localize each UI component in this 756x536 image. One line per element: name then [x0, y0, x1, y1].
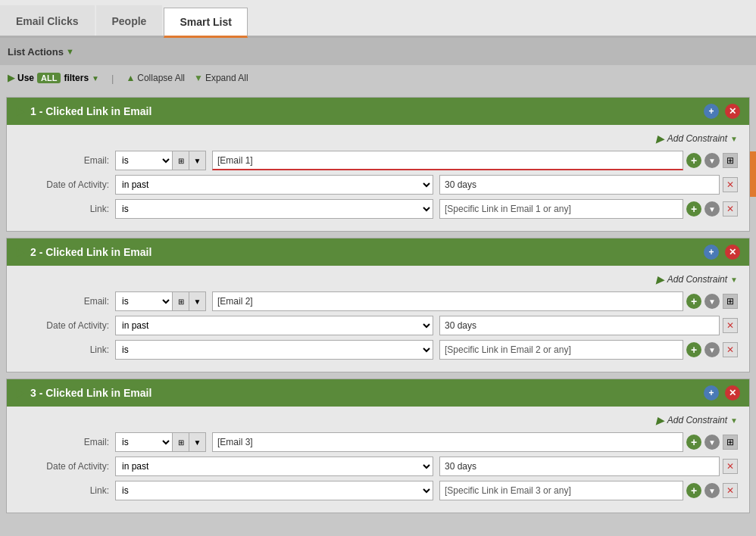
link-add-btn-3[interactable]: + — [686, 483, 701, 498]
link-operator-select-3[interactable]: is — [115, 481, 433, 500]
main-content: ▶ 1 - Clicked Link in Email + ✕ ▶ Add Co… — [0, 91, 756, 536]
expand-all-button[interactable]: ▼ Expand All — [194, 73, 248, 83]
email-operator-select-2[interactable]: is — [116, 292, 172, 310]
date-label-2: Date of Activity: — [18, 320, 109, 331]
days-x-btn-1[interactable]: ✕ — [723, 177, 738, 192]
filter-remove-btn-1[interactable]: ✕ — [725, 104, 740, 119]
email-operator-container-3: is ⊞ ▼ — [115, 432, 206, 452]
email-operator-select-3[interactable]: is — [116, 433, 172, 451]
constraint-arrow-3: ▼ — [730, 416, 738, 425]
link-container-2: + ▼ ✕ — [439, 340, 738, 360]
email-row-1: Email: is ⊞ ▼ + ▼ ⊞ — [18, 151, 738, 170]
list-actions-arrow[interactable]: ▼ — [66, 47, 74, 56]
email-select-arrow-2[interactable]: ▼ — [189, 292, 205, 310]
email-select-icon-1[interactable]: ⊞ — [172, 151, 189, 170]
all-badge: ALL — [37, 73, 61, 83]
filter-remove-btn-2[interactable]: ✕ — [725, 245, 740, 260]
filter-icon: ▶ — [8, 73, 14, 83]
filter-header-3: ▶ 3 - Clicked Link in Email + ✕ — [7, 379, 749, 407]
filter-dropdown-arrow[interactable]: ▼ — [92, 74, 99, 83]
email-value-input-2[interactable] — [212, 291, 683, 311]
collapse-all-button[interactable]: ▲ Collapse All — [126, 73, 185, 83]
email-clear-btn-1[interactable]: ⊞ — [723, 153, 738, 168]
add-constraint-btn-2[interactable]: ▶ Add Constraint ▼ — [656, 273, 738, 285]
link-row-3: Link: is + ▼ ✕ — [18, 481, 738, 500]
days-x-btn-2[interactable]: ✕ — [723, 318, 738, 333]
add-constraint-row-2: ▶ Add Constraint ▼ — [18, 273, 738, 285]
link-value-input-2[interactable] — [439, 340, 683, 360]
tab-email-clicks[interactable]: Email Clicks — [0, 5, 95, 36]
filter-add-btn-1[interactable]: + — [704, 104, 719, 119]
tab-people[interactable]: People — [96, 5, 163, 36]
filter-header-2: ▶ 2 - Clicked Link in Email + ✕ — [7, 238, 749, 266]
date-row-3: Date of Activity: in past ✕ — [18, 457, 738, 476]
filter-body-1: ▶ Add Constraint ▼ Email: is ⊞ ▼ + — [7, 125, 749, 231]
constraint-icon-1: ▶ — [656, 132, 664, 145]
list-actions-label[interactable]: List Actions — [8, 46, 64, 58]
add-constraint-btn-1[interactable]: ▶ Add Constraint ▼ — [656, 132, 738, 145]
email-input-container-2: + ▼ ⊞ — [212, 291, 738, 311]
filter-block-1: ▶ 1 - Clicked Link in Email + ✕ ▶ Add Co… — [6, 97, 750, 232]
filter-flag-2: ▶ — [16, 246, 24, 258]
email-label-3: Email: — [18, 437, 109, 447]
link-add-btn-2[interactable]: + — [686, 342, 701, 357]
add-constraint-row-3: ▶ Add Constraint ▼ — [18, 414, 738, 426]
date-row-2: Date of Activity: in past ✕ — [18, 316, 738, 335]
date-operator-select-3[interactable]: in past — [115, 457, 433, 476]
email-value-input-1[interactable] — [212, 151, 683, 170]
link-x-btn-3[interactable]: ✕ — [723, 483, 738, 498]
email-down-btn-2[interactable]: ▼ — [704, 294, 720, 309]
filter-add-btn-3[interactable]: + — [704, 385, 719, 400]
email-value-input-3[interactable] — [212, 432, 683, 452]
toolbar: List Actions ▼ — [0, 38, 756, 65]
link-x-btn-1[interactable]: ✕ — [723, 201, 738, 217]
date-row-1: Date of Activity: in past ✕ — [18, 175, 738, 195]
add-constraint-btn-3[interactable]: ▶ Add Constraint ▼ — [656, 414, 738, 426]
date-operator-select-2[interactable]: in past — [115, 316, 433, 335]
email-down-btn-3[interactable]: ▼ — [704, 435, 720, 450]
link-operator-select-2[interactable]: is — [115, 340, 433, 360]
email-clear-btn-2[interactable]: ⊞ — [723, 294, 738, 309]
tab-smart-list[interactable]: Smart List — [164, 8, 247, 38]
filter-title-1: ▶ 1 - Clicked Link in Email — [16, 105, 152, 117]
email-operator-container-1: is ⊞ ▼ — [115, 151, 206, 170]
link-label-2: Link: — [18, 344, 109, 355]
constraint-icon-2: ▶ — [656, 273, 664, 285]
days-container-1: ✕ — [439, 175, 738, 195]
separator: | — [111, 73, 114, 84]
date-operator-select-1[interactable]: in past — [115, 175, 433, 195]
use-all-filters[interactable]: ▶ Use ALL filters ▼ — [8, 73, 99, 83]
link-label-3: Link: — [18, 485, 109, 496]
filter-add-btn-2[interactable]: + — [704, 245, 719, 260]
filter-header-1: ▶ 1 - Clicked Link in Email + ✕ — [7, 98, 749, 125]
filter-actions-3: + ✕ — [704, 385, 740, 400]
days-input-3[interactable] — [439, 457, 720, 476]
email-select-arrow-1[interactable]: ▼ — [189, 151, 205, 170]
link-operator-select-1[interactable]: is — [115, 199, 433, 219]
constraint-arrow-2: ▼ — [730, 276, 738, 284]
link-add-btn-1[interactable]: + — [686, 201, 701, 217]
email-add-btn-1[interactable]: + — [686, 153, 701, 168]
email-select-icon-3[interactable]: ⊞ — [172, 433, 189, 451]
filter-remove-btn-3[interactable]: ✕ — [725, 385, 740, 400]
days-x-btn-3[interactable]: ✕ — [723, 459, 738, 474]
email-select-arrow-3[interactable]: ▼ — [189, 433, 205, 451]
link-value-input-3[interactable] — [439, 481, 683, 500]
link-down-btn-2[interactable]: ▼ — [704, 342, 720, 357]
email-down-btn-1[interactable]: ▼ — [704, 153, 720, 168]
link-value-input-1[interactable] — [439, 199, 683, 219]
filter-title-2: ▶ 2 - Clicked Link in Email — [16, 246, 152, 258]
link-down-btn-1[interactable]: ▼ — [704, 201, 720, 217]
link-down-btn-3[interactable]: ▼ — [704, 483, 720, 498]
days-container-2: ✕ — [439, 316, 738, 335]
days-input-2[interactable] — [439, 316, 720, 335]
email-input-container-3: + ▼ ⊞ — [212, 432, 738, 452]
email-add-btn-3[interactable]: + — [686, 435, 701, 450]
email-select-icon-2[interactable]: ⊞ — [172, 292, 189, 310]
email-add-btn-2[interactable]: + — [686, 294, 701, 309]
link-x-btn-2[interactable]: ✕ — [723, 342, 738, 357]
side-accent — [750, 151, 756, 197]
days-input-1[interactable] — [439, 175, 720, 195]
email-clear-btn-3[interactable]: ⊞ — [723, 435, 738, 450]
email-operator-select-1[interactable]: is — [116, 151, 172, 170]
